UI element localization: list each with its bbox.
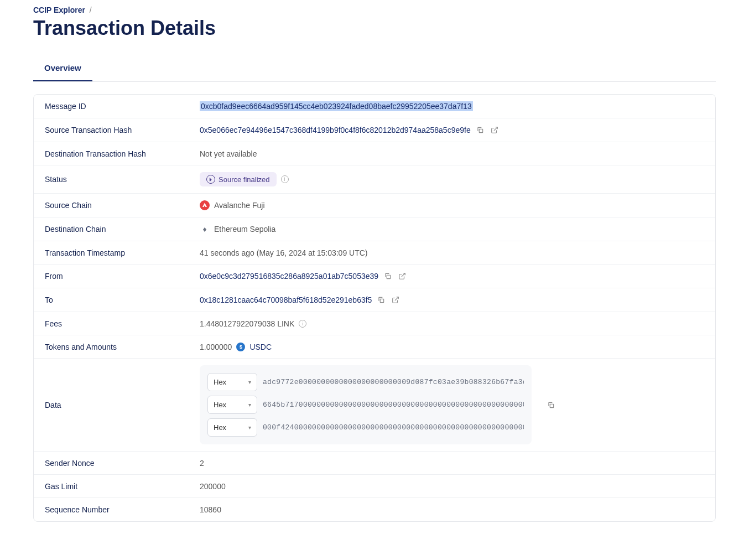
value-timestamp: 41 seconds ago (May 16, 2024 at 15:03:09… <box>200 248 704 257</box>
value-source-tx-hash: 0x5e066ec7e94496e1547c368df4199b9f0c4f8f… <box>200 125 704 135</box>
data-hex-1: 6645b71700000000000000000000000000000000… <box>263 401 524 409</box>
label-sender-nonce: Sender Nonce <box>45 459 200 468</box>
label-dest-chain: Destination Chain <box>45 225 200 234</box>
chevron-down-icon: ▾ <box>248 424 251 431</box>
breadcrumb-separator: / <box>90 6 92 14</box>
format-select-2[interactable]: Hex ▾ <box>207 418 257 437</box>
label-message-id: Message ID <box>45 102 200 111</box>
row-to: To 0x18c1281caac64c70098baf5f618d52e291e… <box>34 288 715 312</box>
source-tx-hash-link[interactable]: 0x5e066ec7e94496e1547c368df4199b9f0c4f8f… <box>200 126 471 134</box>
value-source-chain: Avalanche Fuji <box>200 200 704 210</box>
svg-rect-6 <box>550 404 553 407</box>
value-dest-chain: ♦ Ethereum Sepolia <box>200 224 704 234</box>
value-tokens: 1.000000 $ USDC <box>200 343 704 351</box>
row-sequence-number: Sequence Number 10860 <box>34 498 715 521</box>
from-address-link[interactable]: 0x6e0c9c3d279516835c286a8925a01ab7c5053e… <box>200 272 378 281</box>
ethereum-icon: ♦ <box>200 224 210 234</box>
external-link-icon[interactable] <box>490 125 500 135</box>
token-symbol-link[interactable]: USDC <box>249 343 272 351</box>
value-dest-tx-hash: Not yet available <box>200 149 704 158</box>
info-icon[interactable]: i <box>281 175 289 183</box>
row-status: Status ⏵ Source finalized i <box>34 165 715 194</box>
value-gas-limit: 200000 <box>200 482 704 491</box>
breadcrumb-root-link[interactable]: CCIP Explorer <box>33 6 85 14</box>
svg-line-3 <box>402 273 405 277</box>
page-title: Transaction Details <box>33 17 716 40</box>
value-sender-nonce: 2 <box>200 459 704 468</box>
label-gas-limit: Gas Limit <box>45 482 200 491</box>
to-address-link[interactable]: 0x18c1281caac64c70098baf5f618d52e291eb63… <box>200 295 372 304</box>
breadcrumb: CCIP Explorer / <box>33 6 716 14</box>
row-from: From 0x6e0c9c3d279516835c286a8925a01ab7c… <box>34 265 715 288</box>
external-link-icon[interactable] <box>391 295 400 305</box>
label-sequence-number: Sequence Number <box>45 505 200 514</box>
value-to: 0x18c1281caac64c70098baf5f618d52e291eb63… <box>200 295 704 305</box>
chevron-down-icon: ▾ <box>248 379 251 385</box>
svg-rect-0 <box>479 129 482 132</box>
tab-overview[interactable]: Overview <box>33 55 92 81</box>
row-timestamp: Transaction Timestamp 41 seconds ago (Ma… <box>34 241 715 265</box>
label-status: Status <box>45 175 200 184</box>
data-box: Hex ▾ adc9772e0000000000000000000000009d… <box>200 365 532 444</box>
label-dest-tx-hash: Destination Transaction Hash <box>45 149 200 158</box>
row-tokens: Tokens and Amounts 1.000000 $ USDC <box>34 335 715 359</box>
value-status: ⏵ Source finalized i <box>200 172 704 186</box>
copy-icon[interactable] <box>475 125 485 135</box>
label-fees: Fees <box>45 319 200 328</box>
row-source-tx-hash: Source Transaction Hash 0x5e066ec7e94496… <box>34 118 715 142</box>
format-select-1[interactable]: Hex ▾ <box>207 396 257 414</box>
label-data: Data <box>45 401 200 409</box>
avalanche-icon <box>200 200 210 210</box>
value-data: Hex ▾ adc9772e0000000000000000000000009d… <box>200 365 704 444</box>
value-sequence-number: 10860 <box>200 505 704 514</box>
svg-line-1 <box>494 127 497 131</box>
tabs: Overview <box>33 55 716 82</box>
label-timestamp: Transaction Timestamp <box>45 248 200 257</box>
label-tokens: Tokens and Amounts <box>45 343 200 351</box>
row-message-id: Message ID 0xcb0fad9eec6664ad959f145cc4e… <box>34 95 715 118</box>
status-badge: ⏵ Source finalized <box>200 172 277 186</box>
value-fees: 1.4480127922079038 LINK i <box>200 319 704 328</box>
data-hex-2: 000f424000000000000000000000000000000000… <box>263 423 524 432</box>
label-source-chain: Source Chain <box>45 201 200 210</box>
row-data: Data Hex ▾ adc9772e000000000000000000000… <box>34 359 715 452</box>
data-hex-0: adc9772e0000000000000000000000009d087fc0… <box>263 378 524 386</box>
data-line-1: Hex ▾ 6645b71700000000000000000000000000… <box>207 396 524 414</box>
row-dest-tx-hash: Destination Transaction Hash Not yet ava… <box>34 142 715 165</box>
copy-icon[interactable] <box>376 295 386 305</box>
details-card: Message ID 0xcb0fad9eec6664ad959f145cc4e… <box>33 94 716 522</box>
row-gas-limit: Gas Limit 200000 <box>34 475 715 498</box>
external-link-icon[interactable] <box>397 271 407 281</box>
copy-icon[interactable] <box>383 271 393 281</box>
value-from: 0x6e0c9c3d279516835c286a8925a01ab7c5053e… <box>200 271 704 281</box>
info-icon[interactable]: i <box>299 320 306 328</box>
label-source-tx-hash: Source Transaction Hash <box>45 126 200 134</box>
row-source-chain: Source Chain Avalanche Fuji <box>34 194 715 217</box>
status-circle-icon: ⏵ <box>206 175 215 184</box>
data-line-2: Hex ▾ 000f424000000000000000000000000000… <box>207 418 524 437</box>
format-select-0[interactable]: Hex ▾ <box>207 373 257 391</box>
svg-rect-4 <box>381 299 384 302</box>
row-sender-nonce: Sender Nonce 2 <box>34 452 715 475</box>
svg-rect-2 <box>387 275 390 278</box>
data-line-0: Hex ▾ adc9772e0000000000000000000000009d… <box>207 373 524 391</box>
copy-icon[interactable] <box>546 400 556 410</box>
usdc-icon: $ <box>236 343 245 351</box>
chevron-down-icon: ▾ <box>248 402 251 408</box>
label-from: From <box>45 272 200 281</box>
value-message-id: 0xcb0fad9eec6664ad959f145cc4eb023924fade… <box>200 101 704 111</box>
row-fees: Fees 1.4480127922079038 LINK i <box>34 312 715 335</box>
label-to: To <box>45 295 200 304</box>
svg-line-5 <box>395 297 398 300</box>
row-dest-chain: Destination Chain ♦ Ethereum Sepolia <box>34 217 715 241</box>
